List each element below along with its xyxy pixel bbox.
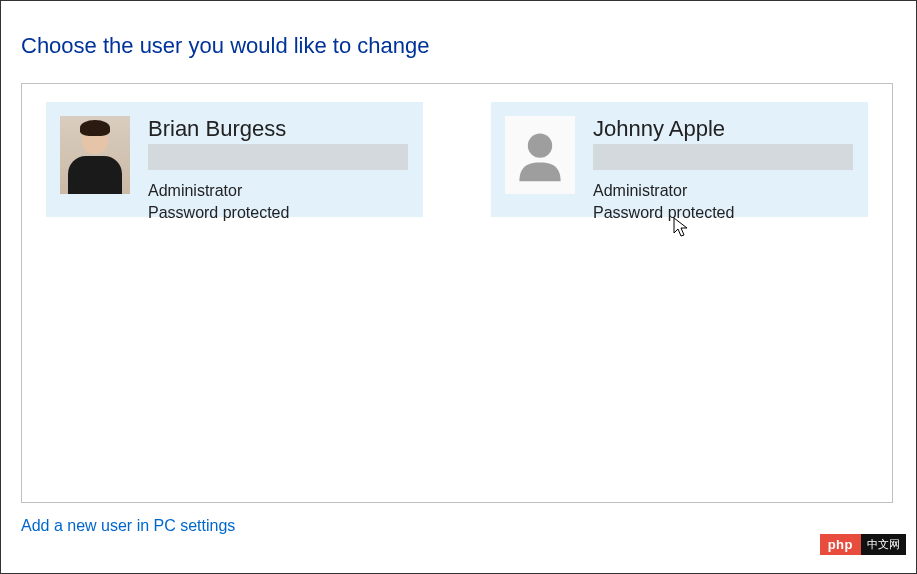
- avatar: [60, 116, 130, 194]
- page-title: Choose the user you would like to change: [21, 33, 896, 59]
- avatar: [505, 116, 575, 194]
- user-role: Administrator: [148, 180, 409, 202]
- users-container: Brian Burgess Administrator Password pro…: [21, 83, 893, 503]
- avatar-photo-icon: [60, 116, 130, 194]
- watermark-left: php: [820, 534, 861, 555]
- watermark-right: 中文网: [861, 534, 906, 555]
- user-card-johnny-apple[interactable]: Johnny Apple Administrator Password prot…: [491, 102, 868, 217]
- redacted-email: [148, 144, 408, 170]
- svg-point-0: [528, 133, 552, 157]
- avatar-default-icon: [510, 125, 570, 185]
- watermark: php 中文网: [820, 534, 906, 555]
- add-user-link[interactable]: Add a new user in PC settings: [21, 517, 235, 535]
- user-role: Administrator: [593, 180, 854, 202]
- user-info: Brian Burgess Administrator Password pro…: [148, 116, 409, 223]
- user-name: Brian Burgess: [148, 116, 409, 142]
- user-card-brian-burgess[interactable]: Brian Burgess Administrator Password pro…: [46, 102, 423, 217]
- user-status: Password protected: [593, 202, 854, 224]
- user-name: Johnny Apple: [593, 116, 854, 142]
- user-status: Password protected: [148, 202, 409, 224]
- redacted-email: [593, 144, 853, 170]
- user-info: Johnny Apple Administrator Password prot…: [593, 116, 854, 223]
